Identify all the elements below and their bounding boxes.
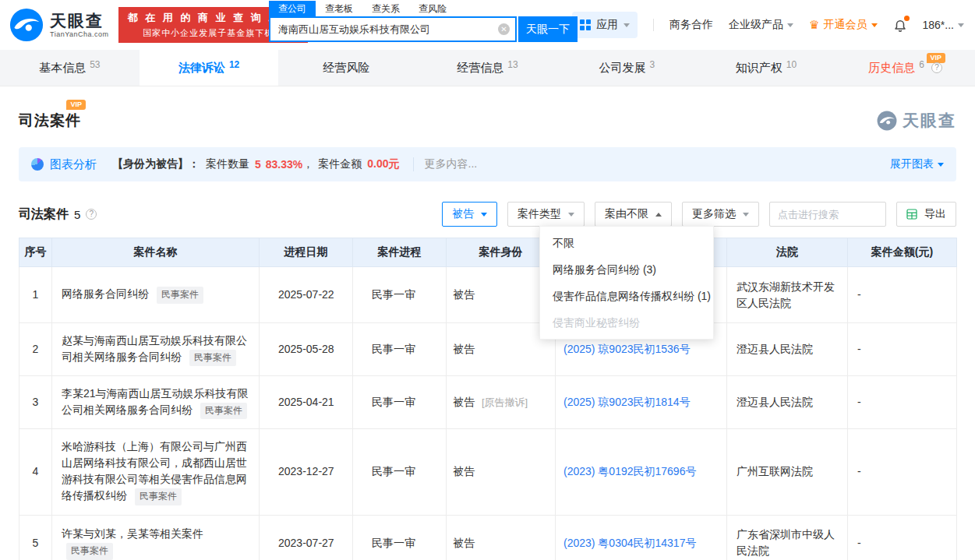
company-search-input[interactable] [269, 16, 517, 42]
case-number-link[interactable]: (2023) 粤0304民初14317号 [563, 537, 696, 549]
cell-case-number: (2023) 粤0192民初17696号 [556, 429, 727, 515]
help-icon[interactable] [86, 209, 97, 220]
account-menu[interactable]: 186*... [923, 19, 964, 31]
vip-badge: VIP [927, 53, 946, 63]
enterprise-products-menu[interactable]: 企业级产品 [729, 18, 793, 32]
list-count: 5 [74, 208, 80, 221]
filter-case-type-label: 案件类型 [518, 207, 561, 221]
search-tab-company[interactable]: 查公司 [269, 1, 316, 16]
cell-case-role: 被告 [447, 515, 556, 560]
cell-progress-date: 2025-04-21 [260, 376, 353, 429]
case-percent-value: 83.33% [266, 158, 302, 171]
more-content-link[interactable]: 更多内容... [413, 157, 478, 171]
chevron-down-icon [938, 163, 944, 167]
col-court: 法院 [727, 238, 848, 267]
business-cooperation-link[interactable]: 商务合作 [669, 18, 713, 32]
cell-case-name: 李某21与海南西山居互动娱乐科技有限公司相关网络服务合同纠纷 民事案件 [52, 376, 260, 429]
search-tab-relation[interactable]: 查关系 [362, 1, 409, 16]
chevron-down-icon [568, 213, 574, 217]
cell-court: 澄迈县人民法院 [727, 376, 848, 429]
case-name-text: 许某与刘某，吴某等相关案件 [62, 527, 203, 540]
header-divider [653, 19, 654, 31]
expand-chart-link[interactable]: 展开图表 [890, 157, 944, 171]
tab-count: 12 [229, 59, 239, 70]
case-type-tag: 民事案件 [135, 488, 182, 505]
cell-case-name: 网络服务合同纠纷 民事案件 [52, 267, 260, 323]
export-label: 导出 [924, 207, 946, 221]
open-membership-menu[interactable]: 开通会员 [809, 18, 877, 32]
chart-analysis-link[interactable]: 图表分析 [50, 157, 97, 172]
tianyancha-logo[interactable]: 天眼查 TianYanCha.com [9, 8, 109, 42]
notifications-bell[interactable] [893, 17, 907, 33]
logo-eye-icon [9, 8, 44, 42]
table-row: 5 许某与刘某，吴某等相关案件 民事案件 2023-07-27 民事一审 被告 … [19, 515, 957, 560]
cell-amount: - [848, 429, 957, 515]
help-icon[interactable] [931, 62, 942, 73]
chart-analysis-bar: 图表分析 【身份为被告】： 案件数量 5 83.33% ， 案件金额 0.00元… [19, 147, 956, 181]
dropdown-option-infringement-dissemination[interactable]: 侵害作品信息网络传播权纠纷 (1) [540, 283, 713, 309]
filter-case-cause-button[interactable]: 案由不限 [595, 202, 672, 227]
search-button[interactable]: 天眼一下 [518, 16, 578, 42]
case-type-tag: 民事案件 [189, 350, 236, 366]
apps-grid-icon [580, 19, 591, 30]
tab-intellectual-property[interactable]: 知识产权 10 [697, 50, 836, 86]
cell-index: 1 [19, 267, 52, 323]
dropdown-option-network-service-contract[interactable]: 网络服务合同纠纷 (3) [540, 256, 713, 283]
tab-business-info[interactable]: 经营信息 13 [418, 50, 557, 86]
case-count-value: 5 [255, 158, 261, 171]
watermark-eye-icon [877, 111, 897, 131]
vip-badge: VIP [66, 100, 86, 110]
table-row: 3 李某21与海南西山居互动娱乐科技有限公司相关网络服务合同纠纷 民事案件 20… [19, 376, 957, 429]
role-text: 被告 [453, 465, 475, 477]
cell-court: 广东省深圳市中级人民法院 [727, 515, 848, 560]
case-number-link[interactable]: (2025) 琼9023民初1814号 [563, 396, 691, 408]
tab-label: 知识产权 [736, 61, 782, 76]
case-number-link[interactable]: (2025) 琼9023民初1536号 [563, 343, 691, 355]
tab-label: 法律诉讼 [178, 61, 225, 76]
col-amount: 案件金额(元) [848, 238, 957, 267]
tab-label: 经营风险 [323, 61, 369, 76]
case-count-label: 案件数量 [206, 157, 249, 171]
case-amount-value: 0.00元 [367, 157, 399, 171]
watermark-text: 天眼查 [903, 110, 956, 132]
case-amount-label: 案件金额 [318, 157, 362, 171]
search-tab-risk[interactable]: 查风险 [409, 1, 456, 16]
cell-case-number: (2025) 琼9023民初1814号 [556, 376, 727, 429]
table-row: 2 赵某与海南西山居互动娱乐科技有限公司相关网络服务合同纠纷 民事案件 2025… [19, 323, 957, 376]
cell-amount: - [848, 376, 957, 429]
filter-case-cause-label: 案由不限 [605, 207, 648, 221]
chevron-down-icon [624, 23, 630, 27]
cell-case-progress: 民事一审 [353, 323, 447, 376]
dropdown-option-unlimited[interactable]: 不限 [540, 230, 713, 256]
company-section-tabs: 基本信息 53 法律诉讼 12 经营风险 经营信息 13 公司发展 3 知识产权… [0, 50, 975, 86]
tab-operational-risk[interactable]: 经营风险 [278, 50, 418, 86]
notification-dot [904, 16, 910, 21]
search-tab-boss[interactable]: 查老板 [316, 1, 362, 16]
filter-case-type-button[interactable]: 案件类型 [507, 202, 585, 227]
filter-role-button[interactable]: 被告 [442, 202, 497, 227]
tab-basic-info[interactable]: 基本信息 53 [0, 50, 140, 86]
case-number-link[interactable]: (2023) 粤0192民初17696号 [563, 465, 696, 477]
tab-company-development[interactable]: 公司发展 3 [557, 50, 697, 86]
defendant-role-label: 【身份为被告】： [112, 157, 200, 171]
cell-case-name: 赵某与海南西山居互动娱乐科技有限公司相关网络服务合同纠纷 民事案件 [52, 323, 260, 376]
list-search-input[interactable] [769, 202, 886, 227]
crown-icon [809, 18, 819, 32]
watermark-logo: 天眼查 [877, 110, 956, 132]
cell-case-number: (2023) 粤0304民初14317号 [556, 515, 727, 560]
table-row: 4 米哈游科技（上海）有限公司与广州西山居网络科技有限公司，成都西山居世游科技有… [19, 429, 957, 515]
tab-legal-litigation[interactable]: 法律诉讼 12 [140, 50, 279, 86]
page-title: 司法案件 [19, 111, 81, 131]
export-button[interactable]: 导出 [896, 202, 956, 227]
apps-menu-button[interactable]: 应用 [572, 12, 638, 38]
case-type-tag: 民事案件 [66, 543, 113, 559]
filter-more-button[interactable]: 更多筛选 [682, 202, 759, 227]
list-title: 司法案件 [19, 206, 69, 223]
dropdown-option-trade-secret-disabled: 侵害商业秘密纠纷 [540, 309, 713, 336]
clear-input-icon[interactable] [498, 23, 510, 35]
open-membership-label: 开通会员 [824, 18, 867, 32]
cell-index: 5 [19, 515, 52, 560]
cell-progress-date: 2023-07-27 [260, 515, 353, 560]
export-excel-icon [906, 209, 917, 220]
tab-history-info[interactable]: VIP 历史信息 6 [835, 50, 975, 86]
